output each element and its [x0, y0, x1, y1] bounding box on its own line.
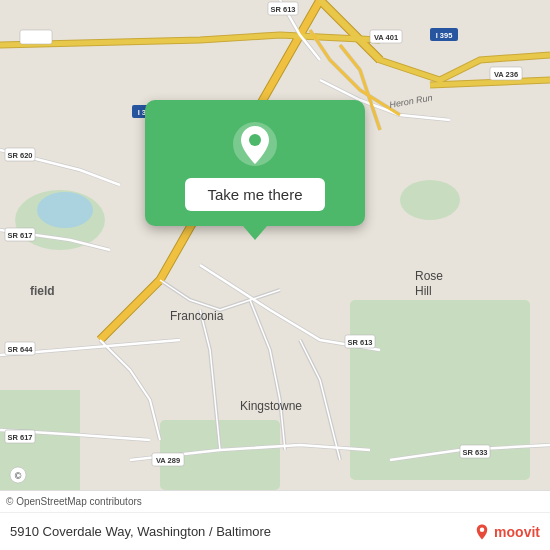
svg-text:SR 644: SR 644: [7, 345, 33, 354]
svg-text:SR 613: SR 613: [270, 5, 295, 14]
svg-text:SR 617: SR 617: [7, 231, 32, 240]
svg-text:SR 633: SR 633: [462, 448, 487, 457]
svg-text:VA 401: VA 401: [374, 33, 398, 42]
kingstowne-label: Kingstowne: [240, 399, 302, 413]
svg-text:©: ©: [15, 471, 22, 481]
location-pin-icon: [231, 120, 279, 168]
svg-text:VA 236: VA 236: [23, 34, 49, 43]
moovit-logo: moovit: [473, 523, 540, 541]
popup-card: Take me there: [145, 100, 365, 226]
openstreetmap-attribution: © OpenStreetMap contributors: [6, 496, 142, 507]
svg-point-6: [37, 192, 93, 228]
svg-text:SR 613: SR 613: [347, 338, 372, 347]
attribution-bar: © OpenStreetMap contributors: [0, 490, 550, 512]
rose-hill-label2: Hill: [415, 284, 432, 298]
moovit-brand-text: moovit: [494, 524, 540, 540]
moovit-icon: [473, 523, 491, 541]
rose-hill-label: Rose: [415, 269, 443, 283]
svg-text:SR 617: SR 617: [7, 433, 32, 442]
address-text: 5910 Coverdale Way, Washington / Baltimo…: [10, 524, 271, 539]
svg-text:VA 236: VA 236: [494, 70, 518, 79]
franconia-label: Franconia: [170, 309, 224, 323]
svg-point-5: [400, 180, 460, 220]
take-me-there-button[interactable]: Take me there: [185, 178, 324, 211]
svg-text:I 395: I 395: [436, 31, 453, 40]
footer-bar: 5910 Coverdale Way, Washington / Baltimo…: [0, 512, 550, 550]
field-label: field: [30, 284, 55, 298]
svg-point-37: [480, 527, 485, 532]
svg-point-36: [249, 134, 261, 146]
svg-text:SR 620: SR 620: [7, 151, 32, 160]
map-container: VA 236 SR 613 I 395 VA 401 I 395 VA 236 …: [0, 0, 550, 490]
svg-text:VA 289: VA 289: [156, 456, 180, 465]
map-svg: VA 236 SR 613 I 395 VA 401 I 395 VA 236 …: [0, 0, 550, 490]
